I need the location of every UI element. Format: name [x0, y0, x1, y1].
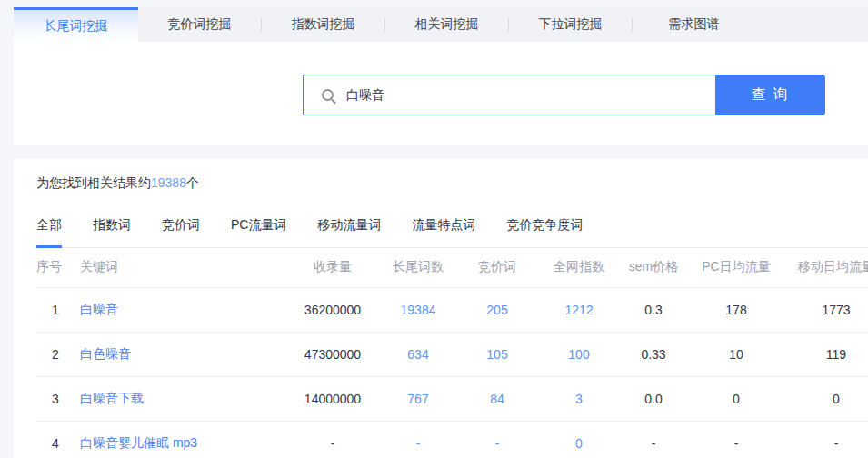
- sem-price-value: 0.0: [624, 376, 683, 421]
- search-icon: [322, 89, 334, 101]
- bid-words-link[interactable]: 84: [460, 376, 534, 421]
- table-row: 3 白噪音下载 14000000 767 84 3 0.0 0 0: [36, 376, 868, 421]
- bid-words-link[interactable]: 105: [460, 332, 534, 376]
- main-tabbar: 长尾词挖掘 竞价词挖掘 指数词挖掘 相关词挖掘 下拉词挖掘 需求图谱: [14, 7, 868, 42]
- tab-indexword-mining[interactable]: 指数词挖掘: [262, 7, 384, 42]
- filter-tab-index-words[interactable]: 指数词: [93, 217, 131, 247]
- pc-daily-traffic-value: -: [683, 421, 789, 458]
- result-count: 19388: [151, 175, 186, 190]
- mobile-daily-traffic-value: -: [789, 421, 868, 458]
- result-suffix: 个: [186, 175, 199, 190]
- search-card: 长尾词挖掘 竞价词挖掘 指数词挖掘 相关词挖掘 下拉词挖掘 需求图谱 查 询: [14, 7, 868, 145]
- col-header-mobile-daily-traffic: 移动日均流量: [789, 248, 868, 287]
- indexed-pages-value: 47300000: [289, 332, 376, 376]
- search-input[interactable]: [334, 75, 715, 114]
- row-index: 4: [36, 421, 80, 458]
- table-row: 1 白噪音 36200000 19384 205 1212 0.3 178 17…: [36, 287, 868, 332]
- bid-words-link[interactable]: 205: [460, 287, 534, 332]
- bid-words-link[interactable]: -: [460, 421, 534, 458]
- whole-web-index-link[interactable]: 100: [534, 332, 624, 376]
- pc-daily-traffic-value: 0: [683, 376, 789, 421]
- longtail-count-link[interactable]: -: [376, 421, 460, 458]
- result-prefix: 为您找到相关结果约: [36, 175, 151, 190]
- keyword-link[interactable]: 白色噪音: [80, 332, 289, 376]
- indexed-pages-value: 14000000: [289, 376, 376, 421]
- result-count-line: 为您找到相关结果约19388个: [36, 175, 868, 192]
- search-input-wrap: [303, 75, 715, 115]
- indexed-pages-value: 36200000: [289, 287, 376, 332]
- whole-web-index-link[interactable]: 1212: [534, 287, 624, 332]
- col-header-keyword: 关键词: [80, 248, 289, 287]
- tab-relatedword-mining[interactable]: 相关词挖掘: [385, 7, 508, 42]
- col-header-longtail-count: 长尾词数: [376, 248, 460, 287]
- filter-tab-all[interactable]: 全部: [36, 217, 62, 247]
- tab-bidword-mining[interactable]: 竞价词挖掘: [138, 7, 261, 42]
- table-row: 4 白噪音婴儿催眠 mp3 - - - 0 - - -: [36, 421, 868, 458]
- row-index: 2: [36, 332, 80, 376]
- tab-demand-graph[interactable]: 需求图谱: [633, 7, 755, 42]
- col-header-sem-price: sem价格: [624, 248, 683, 287]
- tab-longtail-mining[interactable]: 长尾词挖掘: [14, 7, 138, 42]
- row-index: 3: [36, 376, 80, 421]
- filter-tabbar: 全部 指数词 竞价词 PC流量词 移动流量词 流量特点词 竞价竞争度词: [36, 217, 868, 248]
- mobile-daily-traffic-value: 119: [789, 332, 868, 376]
- col-header-bid-words: 竞价词: [460, 248, 534, 287]
- pc-daily-traffic-value: 178: [683, 287, 789, 332]
- indexed-pages-value: -: [289, 421, 376, 458]
- search-section: 查 询: [14, 42, 868, 145]
- col-header-whole-web-index: 全网指数: [534, 248, 624, 287]
- table-header-row: 序号 关键词 收录量 长尾词数 竞价词 全网指数 sem价格 PC日均流量 移动…: [36, 248, 868, 287]
- sem-price-value: -: [624, 421, 683, 458]
- tab-dropdownword-mining[interactable]: 下拉词挖掘: [509, 7, 632, 42]
- filter-tab-pc-traffic-words[interactable]: PC流量词: [231, 217, 286, 247]
- longtail-count-link[interactable]: 19384: [376, 287, 460, 332]
- col-header-pc-daily-traffic: PC日均流量: [683, 248, 789, 287]
- keyword-link[interactable]: 白噪音婴儿催眠 mp3: [80, 421, 289, 458]
- whole-web-index-link[interactable]: 3: [534, 376, 624, 421]
- row-index: 1: [36, 287, 80, 332]
- col-header-index: 序号: [36, 248, 80, 287]
- longtail-count-link[interactable]: 634: [376, 332, 460, 376]
- pc-daily-traffic-value: 10: [683, 332, 789, 376]
- sem-price-value: 0.3: [624, 287, 683, 332]
- results-card: 为您找到相关结果约19388个 全部 指数词 竞价词 PC流量词 移动流量词 流…: [14, 159, 868, 458]
- filter-tab-mobile-traffic-words[interactable]: 移动流量词: [317, 217, 381, 247]
- keyword-table: 序号 关键词 收录量 长尾词数 竞价词 全网指数 sem价格 PC日均流量 移动…: [36, 248, 868, 458]
- keyword-link[interactable]: 白噪音下载: [80, 376, 289, 421]
- table-row: 2 白色噪音 47300000 634 105 100 0.33 10 119: [36, 332, 868, 376]
- filter-tab-bid-competition-words[interactable]: 竞价竞争度词: [506, 217, 583, 247]
- sem-price-value: 0.33: [624, 332, 683, 376]
- col-header-indexed-pages: 收录量: [289, 248, 376, 287]
- whole-web-index-link[interactable]: 0: [534, 421, 624, 458]
- keyword-link[interactable]: 白噪音: [80, 287, 289, 332]
- filter-tab-bid-words[interactable]: 竞价词: [162, 217, 200, 247]
- search-box: 查 询: [303, 75, 825, 115]
- mobile-daily-traffic-value: 0: [789, 376, 868, 421]
- mobile-daily-traffic-value: 1773: [789, 287, 868, 332]
- longtail-count-link[interactable]: 767: [376, 376, 460, 421]
- query-button[interactable]: 查 询: [715, 75, 825, 115]
- filter-tab-traffic-feature-words[interactable]: 流量特点词: [412, 217, 475, 247]
